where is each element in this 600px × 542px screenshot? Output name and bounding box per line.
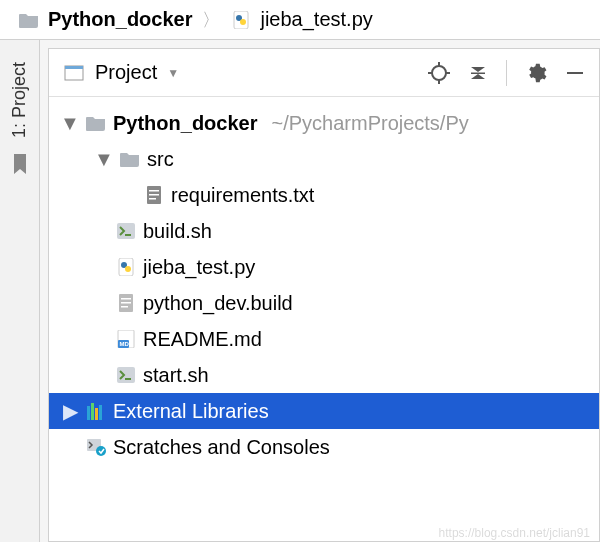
tree-file-start-sh[interactable]: start.sh (49, 357, 599, 393)
breadcrumb-file-label: jieba_test.py (260, 8, 372, 31)
svg-rect-14 (149, 194, 159, 196)
tree-file-label: requirements.txt (171, 184, 314, 207)
folder-icon (18, 12, 40, 28)
tree-root[interactable]: ▼ Python_docker ~/PycharmProjects/Py (49, 105, 599, 141)
svg-rect-31 (91, 403, 94, 420)
gear-icon[interactable] (525, 62, 547, 84)
svg-rect-10 (471, 72, 485, 74)
shell-file-icon (115, 367, 137, 383)
tree-file-python-dev-build[interactable]: python_dev.build (49, 285, 599, 321)
svg-rect-13 (149, 190, 159, 192)
svg-rect-24 (121, 306, 128, 308)
panel-header: Project ▼ (49, 49, 599, 97)
breadcrumb: Python_docker 〉 jieba_test.py (0, 0, 600, 40)
markdown-file-icon: MD (115, 330, 137, 348)
bookmark-icon[interactable] (11, 154, 29, 179)
text-file-icon (143, 186, 165, 204)
chevron-down-icon[interactable]: ▼ (61, 112, 79, 135)
tree-file-label: start.sh (143, 364, 209, 387)
folder-icon (119, 151, 141, 167)
tree-node-label: Scratches and Consoles (113, 436, 330, 459)
svg-rect-16 (117, 223, 135, 239)
tree-file-requirements[interactable]: requirements.txt (49, 177, 599, 213)
svg-rect-32 (95, 408, 98, 420)
python-file-icon (115, 258, 137, 276)
panel-title[interactable]: Project (95, 61, 157, 84)
svg-rect-11 (567, 72, 583, 74)
svg-rect-17 (125, 234, 131, 236)
tree-file-label: README.md (143, 328, 262, 351)
tree-file-jieba-test[interactable]: jieba_test.py (49, 249, 599, 285)
svg-text:MD: MD (120, 341, 130, 347)
svg-point-35 (96, 446, 106, 456)
breadcrumb-project[interactable]: Python_docker (18, 8, 192, 31)
libraries-icon (85, 402, 107, 420)
tree-root-path: ~/PycharmProjects/Py (271, 112, 468, 135)
tree-scratches[interactable]: ▶ Scratches and Consoles (49, 429, 599, 465)
tree-root-label: Python_docker (113, 112, 257, 135)
chevron-right-icon[interactable]: ▶ (61, 435, 79, 459)
tree-file-build-sh[interactable]: build.sh (49, 213, 599, 249)
svg-rect-4 (65, 66, 83, 69)
project-view-icon (63, 63, 85, 83)
tree-file-label: python_dev.build (143, 292, 293, 315)
svg-rect-33 (99, 405, 102, 420)
scratches-icon (85, 438, 107, 456)
svg-point-5 (432, 66, 446, 80)
project-panel: Project ▼ ▼ Python_docker (48, 48, 600, 542)
toolbar-divider (506, 60, 507, 86)
chevron-down-icon[interactable]: ▼ (95, 148, 113, 171)
svg-rect-28 (117, 367, 135, 383)
python-file-icon (230, 11, 252, 29)
tree-file-label: jieba_test.py (143, 256, 255, 279)
tree-file-readme[interactable]: MD README.md (49, 321, 599, 357)
svg-rect-30 (87, 406, 90, 420)
tree-file-label: build.sh (143, 220, 212, 243)
side-tab: 1: Project (0, 40, 40, 542)
svg-rect-15 (149, 198, 156, 200)
folder-icon (85, 115, 107, 131)
svg-rect-23 (121, 302, 131, 304)
breadcrumb-project-label: Python_docker (48, 8, 192, 31)
svg-rect-29 (125, 378, 131, 380)
dropdown-icon[interactable]: ▼ (167, 66, 179, 80)
locate-icon[interactable] (428, 62, 450, 84)
tree-node-label: External Libraries (113, 400, 269, 423)
text-file-icon (115, 294, 137, 312)
chevron-right-icon[interactable]: ▶ (61, 399, 79, 423)
minimize-icon[interactable] (565, 63, 585, 83)
project-tree: ▼ Python_docker ~/PycharmProjects/Py ▼ s… (49, 97, 599, 465)
svg-point-2 (240, 19, 246, 25)
collapse-all-icon[interactable] (468, 63, 488, 83)
svg-rect-22 (121, 298, 131, 300)
svg-point-20 (125, 266, 131, 272)
shell-file-icon (115, 223, 137, 239)
side-tab-project[interactable]: 1: Project (9, 62, 30, 138)
tree-external-libraries[interactable]: ▶ External Libraries (49, 393, 599, 429)
breadcrumb-file[interactable]: jieba_test.py (230, 8, 372, 31)
watermark: https://blog.csdn.net/jclian91 (439, 526, 590, 540)
tree-folder-src[interactable]: ▼ src (49, 141, 599, 177)
breadcrumb-separator: 〉 (202, 8, 220, 32)
tree-folder-label: src (147, 148, 174, 171)
